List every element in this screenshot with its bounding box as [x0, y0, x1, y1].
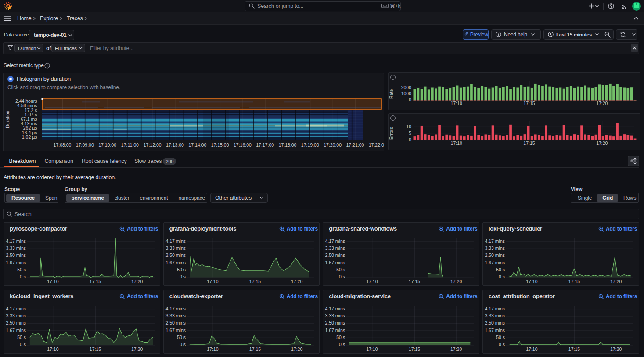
svg-text:17:12:00: 17:12:00 — [144, 142, 162, 148]
svg-text:4.17 mins: 4.17 mins — [325, 238, 345, 244]
svg-text:2.50 mins: 2.50 mins — [485, 320, 505, 325]
svg-text:17:20: 17:20 — [610, 279, 622, 284]
svg-text:50 s: 50 s — [496, 267, 505, 272]
svg-text:1.02 µs: 1.02 µs — [22, 134, 37, 140]
svg-text:17:15: 17:15 — [249, 279, 261, 284]
svg-text:0 s: 0 s — [20, 274, 26, 279]
svg-text:1.67 mins: 1.67 mins — [165, 260, 186, 265]
svg-text:4.17 mins: 4.17 mins — [6, 306, 26, 311]
svg-text:17:10: 17:10 — [367, 279, 378, 284]
svg-text:17:15: 17:15 — [568, 279, 580, 284]
svg-text:3.33 mins: 3.33 mins — [6, 245, 26, 251]
svg-text:17:10: 17:10 — [47, 279, 58, 284]
svg-text:17:20:00: 17:20:00 — [324, 142, 342, 148]
svg-text:4.17 mins: 4.17 mins — [325, 306, 345, 311]
svg-text:2.50 mins: 2.50 mins — [6, 252, 26, 258]
svg-text:17:20: 17:20 — [131, 279, 143, 284]
svg-text:4.17 mins: 4.17 mins — [165, 306, 186, 311]
svg-text:17:15: 17:15 — [90, 346, 101, 352]
svg-text:3.33 mins: 3.33 mins — [165, 313, 186, 318]
svg-text:5: 5 — [409, 130, 411, 136]
svg-text:3.33 mins: 3.33 mins — [485, 245, 505, 251]
svg-text:17:20: 17:20 — [131, 346, 143, 352]
svg-text:17:18:00: 17:18:00 — [279, 142, 297, 148]
svg-text:2.50 mins: 2.50 mins — [325, 320, 345, 325]
svg-text:1.67 mins: 1.67 mins — [325, 328, 345, 333]
svg-text:17:20: 17:20 — [450, 279, 462, 284]
svg-text:2.50 mins: 2.50 mins — [485, 252, 505, 258]
svg-text:3.33 mins: 3.33 mins — [325, 313, 345, 318]
svg-text:1.67 mins: 1.67 mins — [485, 328, 505, 333]
svg-text:17:10: 17:10 — [451, 141, 462, 146]
svg-text:17:20: 17:20 — [596, 141, 608, 146]
svg-text:17:17:00: 17:17:00 — [256, 142, 274, 148]
svg-text:2.50 mins: 2.50 mins — [325, 252, 345, 258]
svg-text:17:20: 17:20 — [291, 279, 302, 284]
svg-text:50 s: 50 s — [336, 335, 345, 340]
svg-text:10: 10 — [406, 124, 411, 129]
svg-text:17:16:00: 17:16:00 — [234, 142, 252, 148]
svg-text:0: 0 — [409, 97, 411, 102]
svg-text:0 s: 0 s — [180, 342, 186, 347]
svg-text:Rate: Rate — [389, 89, 394, 99]
svg-text:2.50 mins: 2.50 mins — [165, 320, 186, 325]
svg-text:17:10: 17:10 — [526, 279, 537, 284]
svg-text:17:20: 17:20 — [596, 101, 608, 106]
svg-text:17:09:00: 17:09:00 — [76, 142, 94, 148]
svg-text:1.67 mins: 1.67 mins — [6, 328, 26, 333]
svg-text:1.67 mins: 1.67 mins — [165, 328, 186, 333]
svg-text:3.33 mins: 3.33 mins — [165, 245, 186, 251]
svg-text:50 s: 50 s — [177, 335, 186, 340]
svg-text:2.50 mins: 2.50 mins — [165, 252, 186, 258]
svg-text:17:22:00: 17:22:00 — [369, 142, 384, 148]
svg-text:17:10: 17:10 — [367, 346, 378, 352]
svg-text:0 s: 0 s — [20, 342, 26, 347]
svg-text:17:15: 17:15 — [90, 279, 101, 284]
svg-text:17:13:00: 17:13:00 — [166, 142, 184, 148]
svg-text:3.33 mins: 3.33 mins — [6, 313, 26, 318]
svg-text:17:10: 17:10 — [207, 279, 218, 284]
svg-text:0 s: 0 s — [499, 274, 505, 279]
svg-text:3.33 mins: 3.33 mins — [325, 245, 345, 251]
svg-text:2000: 2000 — [401, 85, 412, 90]
svg-text:17:21:00: 17:21:00 — [346, 142, 364, 148]
svg-text:0 s: 0 s — [339, 342, 345, 347]
svg-text:17:08:00: 17:08:00 — [54, 142, 72, 148]
svg-text:4.17 mins: 4.17 mins — [6, 238, 26, 244]
svg-text:1.67 mins: 1.67 mins — [485, 260, 505, 265]
svg-text:50 s: 50 s — [496, 335, 505, 340]
svg-text:4.17 mins: 4.17 mins — [165, 238, 186, 244]
svg-text:2.50 mins: 2.50 mins — [6, 320, 26, 325]
svg-text:1.67 mins: 1.67 mins — [325, 260, 345, 265]
svg-text:17:20: 17:20 — [610, 346, 622, 352]
svg-text:0 s: 0 s — [499, 342, 505, 347]
svg-text:17:15: 17:15 — [568, 346, 580, 352]
svg-text:17:15: 17:15 — [523, 141, 535, 146]
svg-text:Errors: Errors — [389, 127, 394, 140]
svg-text:17:10: 17:10 — [207, 346, 218, 352]
svg-text:4.17 mins: 4.17 mins — [485, 306, 505, 311]
svg-text:17:15: 17:15 — [409, 279, 420, 284]
svg-text:50 s: 50 s — [177, 267, 186, 272]
svg-text:4.17 mins: 4.17 mins — [485, 238, 505, 244]
svg-text:17:15: 17:15 — [409, 346, 420, 352]
svg-text:17:10: 17:10 — [451, 101, 462, 106]
svg-text:50 s: 50 s — [17, 267, 26, 272]
svg-text:17:19:00: 17:19:00 — [301, 142, 319, 148]
svg-text:1000: 1000 — [401, 91, 412, 96]
svg-text:0: 0 — [409, 137, 411, 142]
svg-text:Duration: Duration — [5, 111, 10, 128]
svg-text:17:20: 17:20 — [291, 346, 302, 352]
svg-text:1.67 mins: 1.67 mins — [6, 260, 26, 265]
svg-text:17:15: 17:15 — [523, 101, 535, 106]
svg-text:50 s: 50 s — [17, 335, 26, 340]
svg-text:17:15:00: 17:15:00 — [211, 142, 229, 148]
svg-text:50 s: 50 s — [336, 267, 345, 272]
svg-text:3.33 mins: 3.33 mins — [485, 313, 505, 318]
svg-text:17:20: 17:20 — [450, 346, 462, 352]
svg-text:17:10: 17:10 — [47, 346, 58, 352]
svg-text:17:14:00: 17:14:00 — [188, 142, 206, 148]
svg-text:17:15: 17:15 — [249, 346, 261, 352]
svg-text:0 s: 0 s — [180, 274, 186, 279]
svg-text:17:10:00: 17:10:00 — [98, 142, 116, 148]
